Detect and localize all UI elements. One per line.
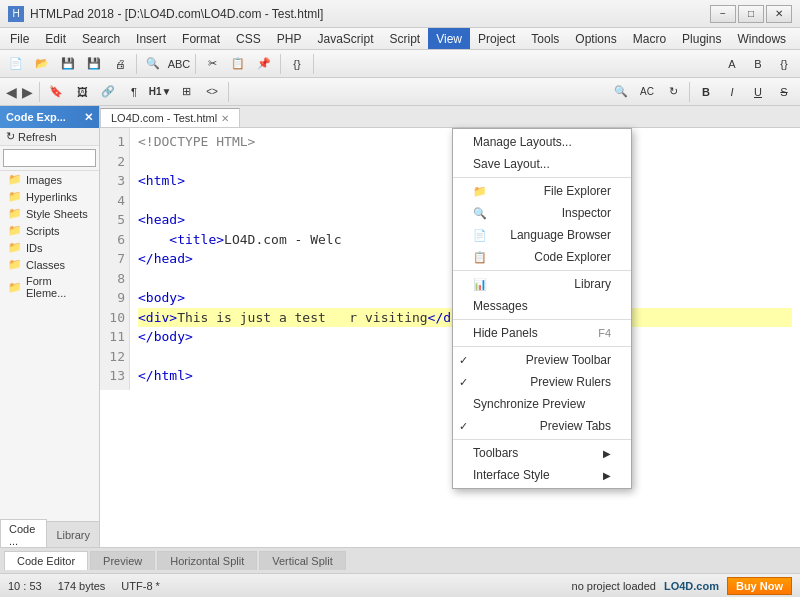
forward-arrow[interactable]: ▶ xyxy=(20,84,35,100)
print-button[interactable]: 🖨 xyxy=(108,53,132,75)
dd-label: File Explorer xyxy=(544,184,611,198)
toolbar-sep4 xyxy=(313,54,314,74)
bookmark-btn[interactable]: 🔖 xyxy=(44,81,68,103)
left-tab-library[interactable]: Library xyxy=(47,525,99,545)
menu-windows[interactable]: Windows xyxy=(729,28,794,49)
tab-horizontal-split[interactable]: Horizontal Split xyxy=(157,551,257,570)
right-btn1[interactable]: A xyxy=(720,53,744,75)
underline-btn[interactable]: U xyxy=(746,81,770,103)
tree-item-label: Scripts xyxy=(26,225,60,237)
menu-tools[interactable]: Tools xyxy=(523,28,567,49)
dd-preview-tabs[interactable]: Preview Tabs xyxy=(453,415,631,437)
preview-search-btn[interactable]: 🔍 xyxy=(609,81,633,103)
open-button[interactable]: 📂 xyxy=(30,53,54,75)
dd-manage-layouts[interactable]: Manage Layouts... xyxy=(453,131,631,153)
status-right: no project loaded LO4D.com Buy Now xyxy=(572,577,792,595)
minimize-button[interactable]: − xyxy=(710,5,736,23)
left-bottom-tabs: Code ... Library xyxy=(0,521,99,547)
dd-interface-style[interactable]: Interface Style ▶ xyxy=(453,464,631,486)
tab-vertical-split[interactable]: Vertical Split xyxy=(259,551,346,570)
tab-code-editor[interactable]: Code Editor xyxy=(4,551,88,570)
file-tab-active[interactable]: LO4D.com - Test.html ✕ xyxy=(100,108,240,127)
menu-edit[interactable]: Edit xyxy=(37,28,74,49)
search-btn[interactable]: 🔍 xyxy=(141,53,165,75)
refresh-btn-tb[interactable]: ↻ xyxy=(661,81,685,103)
tab-preview[interactable]: Preview xyxy=(90,551,155,570)
dd-preview-toolbar[interactable]: Preview Toolbar xyxy=(453,349,631,371)
tree-item-scripts[interactable]: 📁 Scripts xyxy=(0,222,99,239)
menu-script[interactable]: Script xyxy=(382,28,429,49)
menu-search[interactable]: Search xyxy=(74,28,128,49)
img-btn[interactable]: 🖼 xyxy=(70,81,94,103)
tag-btn[interactable]: <> xyxy=(200,81,224,103)
dd-label: Hide Panels xyxy=(473,326,538,340)
tree-item-images[interactable]: 📁 Images xyxy=(0,171,99,188)
menu-file[interactable]: File xyxy=(2,28,37,49)
copy-btn[interactable]: 📋 xyxy=(226,53,250,75)
italic-btn[interactable]: I xyxy=(720,81,744,103)
table-btn[interactable]: ⊞ xyxy=(174,81,198,103)
back-arrow[interactable]: ◀ xyxy=(4,84,19,100)
code-area[interactable]: 12345 678910 111213 <!DOCTYPE HTML> <htm… xyxy=(100,128,800,547)
tree-item-hyperlinks[interactable]: 📁 Hyperlinks xyxy=(0,188,99,205)
search-input[interactable] xyxy=(3,149,96,167)
menu-view[interactable]: View xyxy=(428,28,470,49)
new-button[interactable]: 📄 xyxy=(4,53,28,75)
panel-title: Code Exp... xyxy=(6,111,66,123)
buy-now-button[interactable]: Buy Now xyxy=(727,577,792,595)
dd-sync-preview[interactable]: Synchronize Preview xyxy=(453,393,631,415)
dd-inspector[interactable]: 🔍 Inspector xyxy=(453,202,631,224)
bold-btn[interactable]: B xyxy=(694,81,718,103)
dd-code-explorer[interactable]: 📋 Code Explorer xyxy=(453,246,631,268)
dd-toolbars[interactable]: Toolbars ▶ xyxy=(453,442,631,464)
cut-btn[interactable]: ✂ xyxy=(200,53,224,75)
h1-btn[interactable]: H1▼ xyxy=(148,81,172,103)
strikethrough-btn[interactable]: S xyxy=(772,81,796,103)
dd-hide-panels[interactable]: Hide Panels F4 xyxy=(453,322,631,344)
right-btn2[interactable]: B xyxy=(746,53,770,75)
tree-item-classes[interactable]: 📁 Classes xyxy=(0,256,99,273)
menu-options[interactable]: Options xyxy=(567,28,624,49)
folder-icon: 📁 xyxy=(8,207,22,220)
menu-project[interactable]: Project xyxy=(470,28,523,49)
tree-item-formelements[interactable]: 📁 Form Eleme... xyxy=(0,273,99,301)
dd-label: Code Explorer xyxy=(534,250,611,264)
menu-javascript[interactable]: JavaScript xyxy=(309,28,381,49)
menu-php[interactable]: PHP xyxy=(269,28,310,49)
link-btn[interactable]: 🔗 xyxy=(96,81,120,103)
paste-btn[interactable]: 📌 xyxy=(252,53,276,75)
menu-insert[interactable]: Insert xyxy=(128,28,174,49)
menu-plugins[interactable]: Plugins xyxy=(674,28,729,49)
refresh-button[interactable]: ↻ Refresh xyxy=(0,128,99,146)
preview-ac-btn[interactable]: AC xyxy=(635,81,659,103)
tree-item-stylesheets[interactable]: 📁 Style Sheets xyxy=(0,205,99,222)
close-button[interactable]: ✕ xyxy=(766,5,792,23)
right-btn3[interactable]: {} xyxy=(772,53,796,75)
dd-icon: 📄 xyxy=(473,229,487,242)
dd-sep2 xyxy=(453,270,631,271)
save-all-button[interactable]: 💾 xyxy=(82,53,106,75)
dd-file-explorer[interactable]: 📁 File Explorer xyxy=(453,180,631,202)
dd-library[interactable]: 📊 Library xyxy=(453,273,631,295)
dd-label: Library xyxy=(574,277,611,291)
dd-messages[interactable]: Messages xyxy=(453,295,631,317)
menu-css[interactable]: CSS xyxy=(228,28,269,49)
snippet-btn[interactable]: {} xyxy=(285,53,309,75)
menu-format[interactable]: Format xyxy=(174,28,228,49)
file-tab-close[interactable]: ✕ xyxy=(221,113,229,124)
menu-help[interactable]: Help xyxy=(794,28,800,49)
code-content: 12345 678910 111213 <!DOCTYPE HTML> <htm… xyxy=(100,128,800,390)
search-box xyxy=(0,146,99,171)
panel-close-icon[interactable]: ✕ xyxy=(84,111,93,124)
left-tab-code[interactable]: Code ... xyxy=(0,519,47,548)
menu-macro[interactable]: Macro xyxy=(625,28,674,49)
dd-preview-rulers[interactable]: Preview Rulers xyxy=(453,371,631,393)
dd-language-browser[interactable]: 📄 Language Browser xyxy=(453,224,631,246)
dd-save-layout[interactable]: Save Layout... xyxy=(453,153,631,175)
save-button[interactable]: 💾 xyxy=(56,53,80,75)
maximize-button[interactable]: □ xyxy=(738,5,764,23)
spell-check-btn[interactable]: ABC xyxy=(167,53,191,75)
dd-shortcut: F4 xyxy=(598,327,611,339)
para-btn[interactable]: ¶ xyxy=(122,81,146,103)
tree-item-ids[interactable]: 📁 IDs xyxy=(0,239,99,256)
